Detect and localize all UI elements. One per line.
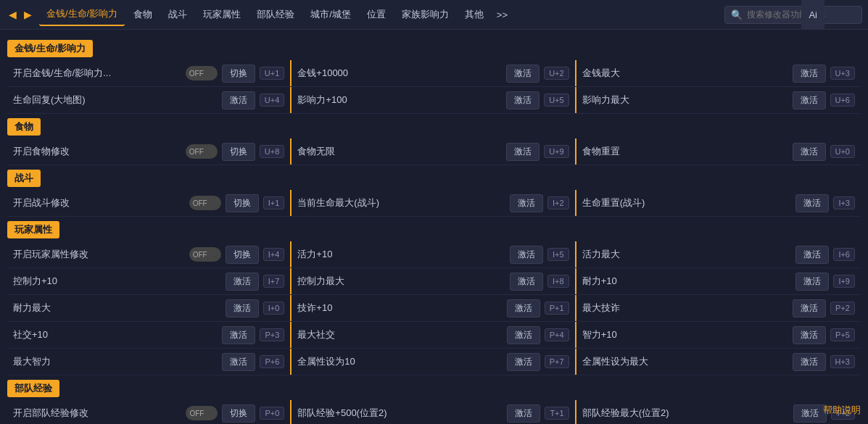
btn-activate[interactable]: 激活 <box>510 246 543 264</box>
nav-tab-player-attrs[interactable]: 玩家属性 <box>196 4 248 25</box>
cheat-name: 控制力+10 <box>13 275 221 288</box>
btn-activate[interactable]: 激活 <box>222 353 255 371</box>
btn-activate[interactable]: 激活 <box>793 143 826 161</box>
btn-activate[interactable]: 激活 <box>510 273 543 291</box>
nav-search-box: 🔍 <box>724 6 862 24</box>
cheat-cell: 活力最大 激活 I+6 <box>576 241 861 267</box>
cheat-cell: 耐力最大 激活 I+0 <box>7 295 292 321</box>
cheat-row: 社交+10 激活 P+3 最大社交 激活 P+4 智力+10 激活 P+5 <box>7 322 861 349</box>
cheat-cell: 部队经验+500(位置2) 激活 T+1 <box>292 400 576 424</box>
btn-activate[interactable]: 激活 <box>507 299 540 317</box>
hotkey: U+8 <box>260 145 285 158</box>
cheat-cell: 金钱最大 激活 U+3 <box>576 60 861 86</box>
nav-more-btn[interactable]: >> <box>492 5 512 25</box>
btn-activate[interactable]: 激活 <box>793 65 826 83</box>
btn-activate[interactable]: 激活 <box>793 353 826 371</box>
nav-tab-family[interactable]: 家族影响力 <box>394 4 456 25</box>
cheat-name: 活力最大 <box>582 248 792 261</box>
btn-toggle[interactable]: 切换 <box>226 246 259 264</box>
toggle-switch[interactable]: OFF <box>186 144 218 159</box>
cheat-name: 耐力最大 <box>13 302 221 315</box>
btn-activate[interactable]: 激活 <box>226 299 259 317</box>
btn-activate[interactable]: 激活 <box>793 299 826 317</box>
section-header-troop-exp: 部队经验 <box>7 380 59 397</box>
btn-toggle[interactable]: 切换 <box>222 65 255 83</box>
btn-activate[interactable]: 激活 <box>793 404 827 423</box>
hotkey: I+2 <box>547 196 569 209</box>
toggle-switch[interactable]: OFF <box>189 196 221 210</box>
btn-activate[interactable]: 激活 <box>793 91 826 109</box>
hotkey: P+1 <box>545 302 569 315</box>
cheat-name: 开启玩家属性修改 <box>13 248 185 261</box>
btn-activate[interactable]: 激活 <box>506 143 540 161</box>
hotkey: P+6 <box>260 355 284 368</box>
cheat-cell: 开启食物修改 OFF 切换 U+8 <box>7 138 292 165</box>
hotkey: I+0 <box>263 302 285 315</box>
nav-tab-troop-exp[interactable]: 部队经验 <box>249 4 302 25</box>
btn-activate[interactable]: 激活 <box>222 326 255 344</box>
hotkey: T+1 <box>545 407 569 420</box>
toggle-label-off: OFF <box>193 251 207 259</box>
cheat-name: 开启食物修改 <box>13 145 181 158</box>
section-header-food: 食物 <box>7 118 41 136</box>
cheat-cell: 技诈+10 激活 P+1 <box>292 295 576 321</box>
hotkey: H+3 <box>830 355 856 368</box>
cheat-cell: 社交+10 激活 P+3 <box>7 322 292 348</box>
btn-activate[interactable]: 激活 <box>507 326 540 344</box>
nav-tab-food[interactable]: 食物 <box>126 4 160 25</box>
nav-tab-money-life[interactable]: 金钱/生命/影响力 <box>39 3 125 26</box>
cheat-cell: 生命回复(大地图) 激活 U+4 <box>7 87 292 113</box>
cheat-name: 部队经验+500(位置2) <box>297 407 503 420</box>
hotkey: U+4 <box>260 93 285 107</box>
btn-toggle[interactable]: 切换 <box>222 404 255 423</box>
toggle-switch[interactable]: OFF <box>186 406 218 420</box>
cheat-cell: 开启金钱/生命/影响力... OFF 切换 U+1 <box>7 60 292 86</box>
toggle-switch[interactable]: OFF <box>189 247 221 262</box>
btn-activate[interactable]: 激活 <box>506 91 540 109</box>
nav-tab-other[interactable]: 其他 <box>458 4 491 25</box>
btn-toggle[interactable]: 切换 <box>222 143 255 161</box>
nav-back-arrow[interactable]: ◀ <box>6 7 20 22</box>
btn-activate[interactable]: 激活 <box>226 273 259 291</box>
hotkey: U+1 <box>260 67 285 80</box>
nav-tab-combat[interactable]: 战斗 <box>161 4 194 25</box>
cheat-name: 生命回复(大地图) <box>13 93 218 107</box>
toggle-label-off: OFF <box>189 70 204 78</box>
btn-activate[interactable]: 激活 <box>506 65 540 83</box>
btn-activate[interactable]: 激活 <box>222 91 255 109</box>
btn-activate[interactable]: 激活 <box>793 326 826 344</box>
nav-tab-location[interactable]: 位置 <box>360 4 393 25</box>
btn-activate[interactable]: 激活 <box>507 353 540 371</box>
hotkey: P+7 <box>545 355 569 368</box>
cheat-cell: 食物重置 激活 U+0 <box>576 138 861 165</box>
btn-activate[interactable]: 激活 <box>795 273 829 291</box>
nav-arrows: ◀ ▶ <box>6 7 35 22</box>
top-nav: ◀ ▶ 金钱/生命/影响力 食物 战斗 玩家属性 部队经验 城市/城堡 位置 家… <box>0 0 868 30</box>
btn-activate[interactable]: 激活 <box>795 194 829 212</box>
btn-activate[interactable]: 激活 <box>795 246 829 264</box>
toggle-switch[interactable]: OFF <box>186 66 218 80</box>
cheat-cell: 全属性设为10 激活 P+7 <box>292 349 576 375</box>
btn-activate[interactable]: 激活 <box>507 404 540 423</box>
toggle-label-off: OFF <box>193 199 207 207</box>
nav-forward-arrow[interactable]: ▶ <box>21 7 35 22</box>
section-header-money-life: 金钱/生命/影响力 <box>7 40 93 57</box>
cheat-cell: 最大社交 激活 P+4 <box>292 322 576 348</box>
cheat-name: 最大智力 <box>13 355 218 368</box>
btn-activate[interactable]: 激活 <box>510 194 543 212</box>
cheat-row: 耐力最大 激活 I+0 技诈+10 激活 P+1 最大技诈 激活 P+2 <box>7 295 861 322</box>
toggle-label-off: OFF <box>189 410 204 417</box>
cheat-cell: 活力+10 激活 I+5 <box>292 241 576 267</box>
cheat-name: 智力+10 <box>582 328 788 341</box>
help-button[interactable]: 帮助说明 <box>823 404 861 417</box>
section-troop-exp: 部队经验 开启部队经验修改 OFF 切换 P+0 部队经验+500(位置2) 激… <box>7 375 861 424</box>
hotkey: P+5 <box>830 328 855 341</box>
cheat-name: 最大社交 <box>297 328 502 341</box>
cheat-cell: 最大技诈 激活 P+2 <box>576 295 861 321</box>
cheat-cell: 食物无限 激活 U+9 <box>292 138 576 165</box>
cheat-name: 开启金钱/生命/影响力... <box>13 67 181 80</box>
cheat-name: 全属性设为最大 <box>582 355 788 368</box>
btn-toggle[interactable]: 切换 <box>226 194 259 212</box>
hotkey: U+2 <box>544 67 569 80</box>
nav-tab-city[interactable]: 城市/城堡 <box>303 4 358 25</box>
